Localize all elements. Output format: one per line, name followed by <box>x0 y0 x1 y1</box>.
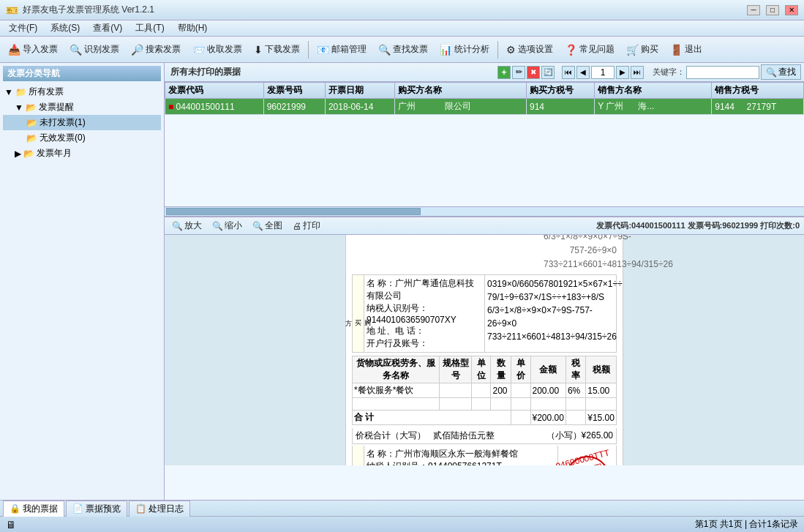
folder-icon2: 📂 <box>26 102 37 113</box>
tab-log[interactable]: 📋 处理日志 <box>129 501 190 517</box>
col-header-code: 发票代码 <box>165 83 264 99</box>
cell-seller-name: Y 广州 海... <box>595 99 712 115</box>
buy-button[interactable]: 🛒 购买 <box>621 41 664 58</box>
settings-icon: ⚙ <box>506 44 516 56</box>
receive-icon: 📨 <box>192 44 205 56</box>
recognize-invoice-button[interactable]: 🔍 识别发票 <box>64 41 124 58</box>
sidebar-item-by-year[interactable]: ▶ 📂 发票年月 <box>3 146 161 161</box>
stats-icon: 📊 <box>440 44 452 56</box>
close-button[interactable]: ✕ <box>785 5 798 15</box>
col-header-buyer-name: 购买方名称 <box>395 83 527 99</box>
separator <box>308 41 309 59</box>
menu-file[interactable]: 文件(F) <box>3 21 43 35</box>
status-bar: 🖥 第1页 共1页 | 合计1条记录 <box>0 516 804 532</box>
preview-area: 🔍 放大 🔍 缩小 🔍 全图 🖨 打印 <box>165 217 804 465</box>
download-invoice-button[interactable]: ⬇ 下载发票 <box>249 41 305 58</box>
buyer-crypto: 0319×0/660567801921×5×67×1÷÷ 79/1÷9÷637×… <box>484 275 616 352</box>
import-invoice-button[interactable]: 📥 导入发票 <box>3 41 63 58</box>
minimize-button[interactable]: ─ <box>747 5 760 15</box>
cell-seller-tax: 9144 27179T <box>712 99 804 115</box>
table-row[interactable]: ■ 044001500111 96021999 2018-06-14 广州 限公… <box>165 99 804 115</box>
invoice-total: 价税合计（大写） 贰佰陆拾伍元整 （小写）¥265.00 <box>352 428 617 444</box>
invoice-table: 发票代码 发票号码 开票日期 购买方名称 购买方税号 销售方名称 销售方税号 ■… <box>165 82 804 115</box>
folder-icon4: 📂 <box>26 133 37 143</box>
statistics-button[interactable]: 📊 统计分析 <box>435 41 495 58</box>
download-icon: ⬇ <box>254 44 263 56</box>
sidebar-item-invalid[interactable]: 📂 无效发票(0) <box>3 130 161 146</box>
last-page-button[interactable]: ⏭ <box>631 66 644 79</box>
search-button[interactable]: 🔍 查找 <box>761 64 801 80</box>
sidebar-item-unprinted[interactable]: 📂 未打发票(1) <box>3 115 161 130</box>
fullview-icon: 🔍 <box>252 221 263 231</box>
edit-record-button[interactable]: ✏ <box>512 66 525 79</box>
col-header-buyer-tax: 购买方税号 <box>527 83 595 99</box>
separator2 <box>497 41 498 59</box>
invoice-table-scroll[interactable]: 发票代码 发票号码 开票日期 购买方名称 购买方税号 销售方名称 销售方税号 ■… <box>165 82 804 206</box>
exit-button[interactable]: 🚪 退出 <box>665 41 707 58</box>
toolbar: 📥 导入发票 🔍 识别发票 🔎 搜索发票 📨 收取发票 ⬇ 下载发票 📧 邮箱管… <box>0 37 804 63</box>
exit-icon: 🚪 <box>670 44 683 56</box>
print-icon: 🖨 <box>293 221 301 231</box>
print-button[interactable]: 🖨 打印 <box>290 219 323 233</box>
maximize-button[interactable]: □ <box>766 5 779 15</box>
recognize-icon: 🔍 <box>69 44 82 56</box>
sidebar-item-all-invoices[interactable]: ▼ 📁 所有发票 <box>3 84 161 100</box>
zoom-out-button[interactable]: 🔍 缩小 <box>209 219 245 233</box>
expand-icon2: ▼ <box>15 102 23 113</box>
import-icon: 📥 <box>8 44 20 56</box>
keyword-label: 关键字： <box>653 67 685 78</box>
main-area: 发票分类导航 ▼ 📁 所有发票 ▼ 📂 发票提醒 📂 未打发票(1) 📂 无效发… <box>0 63 804 500</box>
mail-icon: 📧 <box>317 44 329 56</box>
cell-code: ■ 044001500111 <box>165 99 264 115</box>
invoice-info: 发票代码:044001500111 发票号码:96021999 打印次数:0 <box>596 220 800 231</box>
invoice-items-table: 货物或应税劳务、服务名称 规格型号 单位 数量 单价 金额 税率 税额 <box>352 356 617 425</box>
expand-icon3: ▶ <box>15 149 21 159</box>
next-page-button[interactable]: ▶ <box>616 66 629 79</box>
settings-button[interactable]: ⚙ 选项设置 <box>501 41 558 58</box>
delete-record-button[interactable]: ✖ <box>527 66 540 79</box>
cell-date: 2018-06-14 <box>325 99 394 115</box>
table-header-bar: 所有未打印的票据 + ✏ ✖ 🔄 ⏮ ◀ ▶ ⏭ 关键字： 🔍 查找 <box>165 63 804 82</box>
menu-system[interactable]: 系统(S) <box>45 21 86 35</box>
cell-number: 96021999 <box>263 99 325 115</box>
preview-icon: 📄 <box>72 503 83 514</box>
buyer-label: 购买方 <box>353 275 364 352</box>
preview-content: 发票代码：044001500111 发票号码：96021999 广东增值税电子普… <box>165 235 804 465</box>
content-area: 所有未打印的票据 + ✏ ✖ 🔄 ⏮ ◀ ▶ ⏭ 关键字： 🔍 查找 <box>165 63 804 500</box>
tab-preview[interactable]: 📄 票据预览 <box>66 501 127 517</box>
sidebar-item-invoice-remind[interactable]: ▼ 📂 发票提醒 <box>3 100 161 115</box>
zoom-out-icon: 🔍 <box>212 221 223 231</box>
menu-view[interactable]: 查看(V) <box>87 21 128 35</box>
folder-icon: 📁 <box>15 87 26 97</box>
sidebar: 发票分类导航 ▼ 📁 所有发票 ▼ 📂 发票提醒 📂 未打发票(1) 📂 无效发… <box>0 63 165 500</box>
status-text: 第1页 共1页 | 合计1条记录 <box>695 518 798 531</box>
receive-invoice-button[interactable]: 📨 收取发票 <box>187 41 247 58</box>
find-invoice-button[interactable]: 🔍 查找发票 <box>373 41 433 58</box>
seller-label: 销售方 <box>353 446 364 465</box>
menu-tools[interactable]: 工具(T) <box>129 21 170 35</box>
first-page-button[interactable]: ⏮ <box>562 66 575 79</box>
refresh-button[interactable]: 🔄 <box>541 66 555 79</box>
menu-help[interactable]: 帮助(H) <box>172 21 214 35</box>
search-invoice-button[interactable]: 🔎 搜索发票 <box>126 41 186 58</box>
zoom-in-button[interactable]: 🔍 放大 <box>169 219 205 233</box>
search-icon2: 🔍 <box>766 67 777 78</box>
col-header-number: 发票号码 <box>263 83 325 99</box>
folder-icon3: 📂 <box>26 118 37 128</box>
faq-icon: ❓ <box>565 44 577 56</box>
keyword-input[interactable] <box>686 66 759 79</box>
faq-button[interactable]: ❓ 常见问题 <box>560 41 620 58</box>
add-record-button[interactable]: + <box>497 66 511 79</box>
invoice-right-section: 校验码：89817 36068 09868 26842 0319×0/66056… <box>544 235 617 271</box>
prev-page-button[interactable]: ◀ <box>576 66 590 79</box>
col-header-seller-tax: 销售方税号 <box>712 83 804 99</box>
mailbox-button[interactable]: 📧 邮箱管理 <box>312 41 372 58</box>
full-view-button[interactable]: 🔍 全图 <box>249 219 285 233</box>
col-header-date: 开票日期 <box>325 83 394 99</box>
sidebar-title: 发票分类导航 <box>3 66 161 81</box>
tab-my-invoices[interactable]: 🔒 我的票据 <box>3 501 64 517</box>
log-icon: 📋 <box>135 503 146 514</box>
page-input[interactable] <box>591 66 615 79</box>
title-bar: 🎫 好票友电子发票管理系统 Ver1.2.1 ─ □ ✕ <box>0 0 804 20</box>
table-title: 所有未打印的票据 <box>168 66 496 78</box>
